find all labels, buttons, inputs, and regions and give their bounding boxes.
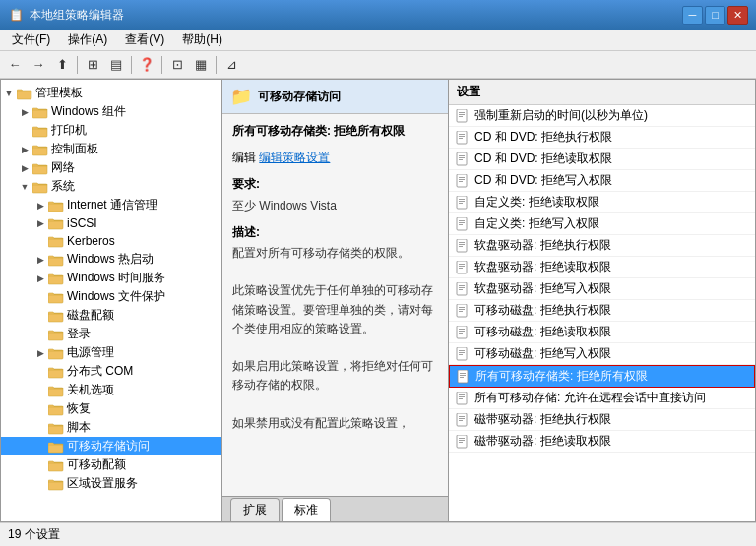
menu-help[interactable]: 帮助(H): [174, 30, 230, 50]
tree-item-network[interactable]: ▶ 网络: [1, 158, 221, 177]
policy-icon: [455, 303, 471, 319]
tab-expand[interactable]: 扩展: [230, 498, 280, 521]
list-item-label: 所有可移动存储: 允许在远程会话中直接访问: [474, 390, 706, 406]
tree-item-control-panel[interactable]: ▶ 控制面板: [1, 140, 221, 158]
edit-policy-link[interactable]: 编辑策略设置: [259, 151, 330, 164]
tree-toggle-icon: [17, 123, 32, 139]
folder-icon: [48, 271, 64, 286]
list-item[interactable]: 自定义类: 拒绝读取权限: [449, 192, 755, 213]
tree-item-restore[interactable]: 恢复: [1, 399, 221, 418]
folder-icon: [48, 476, 64, 492]
tree-panel: ▼ 管理模板▶ Windows 组件 打印机▶ 控制面板▶ 网络▼ 系统▶ In…: [1, 80, 222, 521]
tree-toggle-icon[interactable]: ▶: [17, 142, 32, 157]
tree-toggle-icon[interactable]: ▶: [17, 160, 32, 176]
maximize-button[interactable]: □: [705, 6, 725, 25]
list-item[interactable]: 软盘驱动器: 拒绝执行权限: [449, 235, 755, 257]
help-button[interactable]: ❓: [136, 54, 158, 76]
tree-item-kerberos[interactable]: Kerberos: [1, 232, 221, 250]
tree-item-link-items[interactable]: 关机选项: [1, 381, 221, 399]
tree-item-power-mgmt[interactable]: ▶ 电源管理: [1, 343, 221, 362]
tree-item-windows-fileprotect[interactable]: Windows 文件保护: [1, 287, 221, 306]
svg-rect-16: [48, 388, 63, 396]
tree-toggle-icon[interactable]: ▶: [17, 104, 32, 120]
tree-toggle-icon[interactable]: ▼: [1, 86, 17, 101]
menu-view[interactable]: 查看(V): [117, 30, 172, 50]
tree-item-removable-access[interactable]: 可移动存储访问: [1, 437, 221, 455]
tree-label: 登录: [67, 326, 91, 342]
tree-item-login[interactable]: 登录: [1, 325, 221, 343]
tree-item-windows-time[interactable]: ▶ Windows 时间服务: [1, 269, 221, 287]
list-item[interactable]: CD 和 DVD: 拒绝执行权限: [449, 127, 755, 149]
folder-icon: [32, 104, 48, 120]
policy-icon: [455, 325, 471, 340]
folder-icon: [17, 86, 32, 101]
tree-toggle-icon[interactable]: ▶: [32, 252, 48, 268]
list-item[interactable]: 磁带驱动器: 拒绝读取权限: [449, 431, 755, 453]
tree-toggle-icon: [32, 327, 48, 342]
tree-item-windows-startup[interactable]: ▶ Windows 热启动: [1, 250, 221, 269]
list-item[interactable]: 软盘驱动器: 拒绝读取权限: [449, 257, 755, 278]
tree-item-admin-templates[interactable]: ▼ 管理模板: [1, 84, 221, 102]
title-bar-left: 📋 本地组策略编辑器: [8, 7, 124, 24]
tree-item-scripts[interactable]: 脚本: [1, 418, 221, 437]
tree-item-internet-comm[interactable]: ▶ Internet 通信管理: [1, 196, 221, 214]
close-button[interactable]: ✕: [727, 6, 748, 25]
tree-toggle-icon: [32, 233, 48, 249]
tree-item-iscsi[interactable]: ▶ iSCSI: [1, 214, 221, 232]
list-item[interactable]: CD 和 DVD: 拒绝写入权限: [449, 170, 755, 192]
list-item[interactable]: 自定义类: 拒绝写入权限: [449, 213, 755, 235]
menu-file[interactable]: 文件(F): [4, 30, 58, 50]
tree-button[interactable]: ▤: [105, 54, 127, 76]
list-item-label: 磁带驱动器: 拒绝执行权限: [474, 411, 611, 428]
tree-item-removable-quota[interactable]: 可移动配额: [1, 455, 221, 474]
policy-icon: [455, 412, 471, 428]
tree-label: Kerberos: [67, 234, 115, 248]
tab-standard[interactable]: 标准: [282, 498, 331, 521]
tree-label: 管理模板: [35, 85, 83, 101]
list-item[interactable]: 软盘驱动器: 拒绝写入权限: [449, 278, 755, 300]
list-item[interactable]: 可移动磁盘: 拒绝读取权限: [449, 322, 755, 343]
svg-rect-2: [32, 128, 47, 137]
list-item[interactable]: 可移动磁盘: 拒绝写入权限: [449, 343, 755, 365]
list-item-label: 可移动磁盘: 拒绝写入权限: [474, 345, 611, 362]
svg-rect-12: [48, 313, 63, 322]
right-header: 设置: [449, 80, 755, 105]
list-item[interactable]: 所有可移动存储: 允许在远程会话中直接访问: [449, 388, 755, 409]
menu-bar: 文件(F) 操作(A) 查看(V) 帮助(H): [0, 30, 756, 51]
right-list: 强制重新启动的时间(以秒为单位) CD 和 DVD: 拒绝执行权限 CD 和 D…: [449, 105, 755, 521]
edit-link-container: 编辑 编辑策略设置: [232, 149, 438, 167]
tree-toggle-icon[interactable]: ▶: [32, 271, 48, 286]
tree-item-windows-components[interactable]: ▶ Windows 组件: [1, 102, 221, 121]
minimize-button[interactable]: ─: [682, 6, 703, 25]
tree-item-dist-com[interactable]: 分布式 COM: [1, 362, 221, 381]
policy-icon: [455, 108, 471, 124]
tree-toggle-icon[interactable]: ▶: [32, 345, 48, 361]
view2-button[interactable]: ▦: [190, 54, 212, 76]
list-item[interactable]: 可移动磁盘: 拒绝执行权限: [449, 300, 755, 322]
up-button[interactable]: ⬆: [51, 54, 73, 76]
folder-icon: [48, 420, 64, 436]
list-item[interactable]: CD 和 DVD: 拒绝读取权限: [449, 149, 755, 170]
tab-bar: 扩展 标准: [222, 496, 448, 521]
tree-item-system[interactable]: ▼ 系统: [1, 177, 221, 196]
tree-item-disk-quota[interactable]: 磁盘配额: [1, 306, 221, 325]
view1-button[interactable]: ⊡: [166, 54, 188, 76]
list-item[interactable]: 磁带驱动器: 拒绝执行权限: [449, 409, 755, 431]
tree-item-locale-service[interactable]: 区域设置服务: [1, 474, 221, 493]
menu-action[interactable]: 操作(A): [60, 30, 115, 50]
tree-toggle-icon: [32, 457, 48, 473]
tree-toggle-icon[interactable]: ▶: [32, 215, 48, 231]
title-text: 本地组策略编辑器: [30, 7, 124, 24]
forward-button[interactable]: →: [28, 54, 49, 76]
list-item[interactable]: 强制重新启动的时间(以秒为单位): [449, 105, 755, 127]
tree-toggle-icon[interactable]: ▶: [32, 198, 48, 213]
tree-item-printers[interactable]: 打印机: [1, 121, 221, 140]
show-hide-button[interactable]: ⊞: [82, 54, 103, 76]
tree-label: 系统: [51, 178, 75, 195]
tree-label: 区域设置服务: [67, 475, 138, 492]
svg-rect-78: [457, 413, 467, 426]
back-button[interactable]: ←: [4, 54, 26, 76]
filter-button[interactable]: ⊿: [220, 54, 242, 76]
tree-toggle-icon[interactable]: ▼: [17, 179, 32, 195]
list-item[interactable]: 所有可移动存储类: 拒绝所有权限: [449, 365, 755, 388]
